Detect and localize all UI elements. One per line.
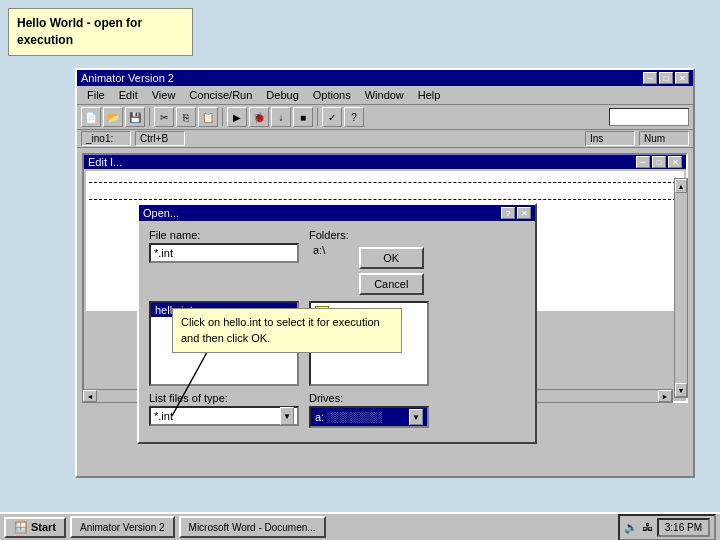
edit-titlebar-btns: ─ □ ✕ — [636, 156, 682, 168]
file-type-col: List files of type: *.int ▼ — [149, 392, 299, 428]
scroll-left-btn[interactable]: ◄ — [83, 390, 97, 402]
num-status: Num — [639, 131, 689, 146]
dialog-close-btn[interactable]: ✕ — [517, 207, 531, 219]
toolbar-help[interactable]: ? — [344, 107, 364, 127]
toolbar: 📄 📂 💾 ✂ ⎘ 📋 ▶ 🐞 ↓ ■ ✓ ? — [77, 105, 693, 130]
close-button[interactable]: ✕ — [675, 72, 689, 84]
drives-arrow[interactable]: ▼ — [409, 409, 423, 425]
start-button[interactable]: 🪟 Start — [4, 517, 66, 538]
dialog-btn-spacer — [439, 301, 504, 386]
toolbar-search-input[interactable] — [609, 108, 689, 126]
dialog-row-1: File name: Folders: a:\ OK Cancel — [149, 229, 525, 295]
scroll-down-btn[interactable]: ▼ — [675, 383, 687, 397]
edit-close[interactable]: ✕ — [668, 156, 682, 168]
main-window-title: Animator Version 2 — [81, 72, 174, 84]
file-type-dropdown[interactable]: *.int ▼ — [149, 406, 299, 426]
toolbar-step[interactable]: ↓ — [271, 107, 291, 127]
taskbar-word-label: Microsoft Word - Documen... — [189, 522, 316, 533]
toolbar-cut[interactable]: ✂ — [154, 107, 174, 127]
toolbar-new[interactable]: 📄 — [81, 107, 101, 127]
menu-edit[interactable]: Edit — [113, 88, 144, 102]
taskbar-animator-label: Animator Version 2 — [80, 522, 165, 533]
scroll-up-btn[interactable]: ▲ — [675, 179, 687, 193]
dialog-title: Open... — [143, 207, 179, 219]
menu-options[interactable]: Options — [307, 88, 357, 102]
taskbar-animator-btn[interactable]: Animator Version 2 — [70, 516, 175, 538]
dialog-row-3: List files of type: *.int ▼ Drives: a: ░… — [149, 392, 525, 428]
menu-window[interactable]: Window — [359, 88, 410, 102]
dialog-titlebar: Open... ? ✕ — [139, 205, 535, 221]
toolbar-run[interactable]: ▶ — [227, 107, 247, 127]
minimize-button[interactable]: ─ — [643, 72, 657, 84]
edit-titlebar: Edit I... ─ □ ✕ — [84, 155, 686, 169]
toolbar-copy[interactable]: ⎘ — [176, 107, 196, 127]
titlebar-buttons: ─ □ ✕ — [643, 72, 689, 84]
statusbar-area: _ino1: Ctrl+B Ins Num — [77, 130, 693, 148]
cancel-button[interactable]: Cancel — [359, 273, 424, 295]
list-files-label: List files of type: — [149, 392, 299, 404]
menu-debug[interactable]: Debug — [260, 88, 304, 102]
key-shortcut: Ctrl+B — [135, 131, 185, 146]
toolbar-paste[interactable]: 📋 — [198, 107, 218, 127]
taskbar: 🪟 Start Animator Version 2 Microsoft Wor… — [0, 512, 720, 540]
dialog-titlebar-btns: ? ✕ — [501, 207, 531, 219]
taskbar-word-btn[interactable]: Microsoft Word - Documen... — [179, 516, 326, 538]
edit-window-title: Edit I... — [88, 156, 122, 168]
annotation-box: Click on hello.int to select it for exec… — [172, 308, 402, 353]
editor-dashed-line-1 — [89, 182, 681, 183]
file-type-value: *.int — [154, 410, 173, 422]
file-type-arrow[interactable]: ▼ — [280, 407, 294, 425]
scroll-right-btn[interactable]: ► — [658, 390, 672, 402]
file-name-label: File name: — [149, 229, 299, 241]
taskbar-tray: 🔊 🖧 3:16 PM — [618, 514, 716, 541]
menu-concise-run[interactable]: Concise/Run — [183, 88, 258, 102]
toolbar-debug[interactable]: 🐞 — [249, 107, 269, 127]
edit-maximize[interactable]: □ — [652, 156, 666, 168]
dialog-help-btn[interactable]: ? — [501, 207, 515, 219]
toolbar-save[interactable]: 💾 — [125, 107, 145, 127]
editor-dashed-line-2 — [89, 199, 681, 200]
line-indicator: _ino1: — [81, 131, 131, 146]
toolbar-sep3 — [317, 108, 318, 126]
main-window: Animator Version 2 ─ □ ✕ File Edit View … — [75, 68, 695, 478]
main-scrollbar-v[interactable]: ▲ ▼ — [674, 178, 688, 398]
edit-minimize[interactable]: ─ — [636, 156, 650, 168]
drives-dropdown[interactable]: a: ░░░░░░░ ▼ — [309, 406, 429, 428]
menu-view[interactable]: View — [146, 88, 182, 102]
dialog-btn-area: OK Cancel — [359, 229, 424, 295]
main-titlebar: Animator Version 2 ─ □ ✕ — [77, 70, 693, 86]
toolbar-check[interactable]: ✓ — [322, 107, 342, 127]
ins-status: Ins — [585, 131, 635, 146]
drives-label: Drives: — [309, 392, 429, 404]
speaker-icon: 🔊 — [624, 521, 638, 534]
menu-file[interactable]: File — [81, 88, 111, 102]
folders-label: Folders: — [309, 229, 349, 241]
menubar: File Edit View Concise/Run Debug Options… — [77, 86, 693, 105]
scroll-track — [675, 193, 687, 383]
maximize-button[interactable]: □ — [659, 72, 673, 84]
network-icon: 🖧 — [642, 521, 653, 533]
toolbar-sep2 — [222, 108, 223, 126]
ok-button[interactable]: OK — [359, 247, 424, 269]
tooltip-text: Hello World - open for execution — [17, 16, 142, 47]
toolbar-sep1 — [149, 108, 150, 126]
taskbar-clock: 3:16 PM — [657, 518, 710, 537]
toolbar-open[interactable]: 📂 — [103, 107, 123, 127]
toolbar-stop[interactable]: ■ — [293, 107, 313, 127]
folders-value: a:\ — [309, 243, 349, 257]
folders-col: Folders: a:\ — [309, 229, 349, 295]
filename-col: File name: — [149, 229, 299, 295]
menu-help[interactable]: Help — [412, 88, 447, 102]
drives-col: Drives: a: ░░░░░░░ ▼ — [309, 392, 429, 428]
start-icon: 🪟 — [14, 521, 28, 534]
annotation-text: Click on hello.int to select it for exec… — [181, 316, 380, 343]
file-name-input[interactable] — [149, 243, 299, 263]
tooltip-box: Hello World - open for execution — [8, 8, 193, 56]
start-label: Start — [31, 521, 56, 533]
drives-value: a: ░░░░░░░ — [315, 411, 382, 423]
